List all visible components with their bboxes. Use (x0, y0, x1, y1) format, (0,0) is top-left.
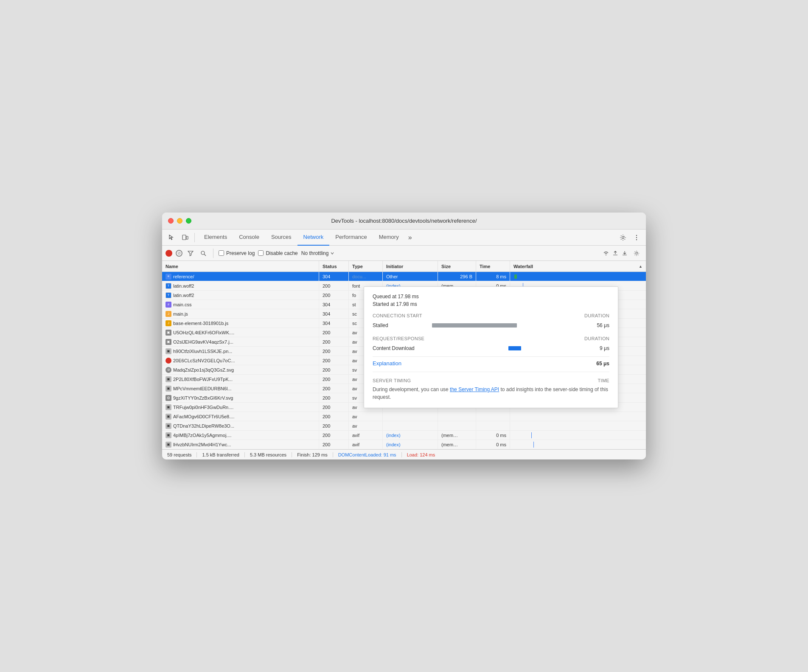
th-time[interactable]: Time (476, 261, 510, 272)
download-icon (621, 250, 628, 257)
row-name: ▣ h90CtfziXluvh1LSSKJE.pn... (162, 347, 319, 356)
row-name: # main.css (162, 300, 319, 309)
img-gray-icon: ▣ (166, 423, 171, 429)
minimize-button[interactable] (177, 218, 182, 224)
table-row[interactable]: ▣ AFacMOgv6D0CFTr6U5e8.... 200 av (162, 412, 646, 421)
preserve-log-checkbox[interactable] (219, 250, 224, 256)
toolbar-right (617, 232, 642, 244)
th-waterfall[interactable]: Waterfall ▲ (510, 261, 646, 272)
table-row[interactable]: ≡ reference/ 304 docu... Other 296 B 8 m… (162, 272, 646, 281)
more-tabs-icon[interactable]: » (405, 230, 415, 246)
js-icon: J (166, 311, 171, 317)
sort-icon: ▲ (639, 264, 642, 269)
table-row[interactable]: ▣ 4pIMBj7zOAk1y5Agmmoj.... 200 avif (ind… (162, 431, 646, 440)
more-options-icon[interactable] (631, 232, 642, 244)
network-table: Name Status Type Initiator Size Time Wat… (162, 261, 646, 449)
row-status: 200 (319, 403, 349, 412)
row-type: av (349, 421, 383, 430)
timing-popup: Queued at 17.98 ms Started at 17.98 ms C… (364, 286, 618, 408)
preserve-log-label[interactable]: Preserve log (219, 250, 255, 256)
wifi-icon (603, 250, 609, 257)
stalled-bar (432, 323, 517, 328)
red-dot-icon (166, 358, 171, 364)
inspect-icon[interactable] (166, 232, 177, 244)
th-status[interactable]: Status (319, 261, 349, 272)
th-name[interactable]: Name (162, 261, 319, 272)
tab-memory[interactable]: Memory (373, 230, 405, 246)
th-type[interactable]: Type (349, 261, 383, 272)
duration-label2: DURATION (584, 336, 609, 341)
row-waterfall (510, 431, 646, 440)
row-time: 0 ms (476, 431, 510, 440)
row-status: 200 (319, 365, 349, 374)
close-button[interactable] (168, 218, 174, 224)
row-status: 200 (319, 347, 349, 356)
resources-size: 5.3 MB resources (245, 452, 292, 457)
transferred-size: 1.5 kB transferred (197, 452, 244, 457)
server-timing-title: Server Timing (373, 378, 411, 383)
waterfall-bar-teal (517, 274, 519, 279)
tab-performance[interactable]: Performance (329, 230, 373, 246)
row-status: 200 (319, 356, 349, 365)
row-name: ▣ 2P2L80XfBoFWJFxU9TpK... (162, 375, 319, 384)
device-icon[interactable] (179, 232, 191, 244)
img-gray-icon: ▣ (166, 386, 171, 392)
devtools-window: DevTools - localhost:8080/docs/devtools/… (162, 213, 646, 459)
row-status: 200 (319, 393, 349, 402)
row-time: 0 ms (476, 440, 510, 449)
row-size: (mem… (438, 431, 476, 440)
table-row[interactable]: ▣ lHvzbNUIrm2Mvd4H1Ywc... 200 avif (inde… (162, 440, 646, 449)
row-size: (mem… (438, 440, 476, 449)
tab-sources[interactable]: Sources (265, 230, 297, 246)
maximize-button[interactable] (186, 218, 191, 224)
row-waterfall (510, 421, 646, 430)
search-icon[interactable] (199, 249, 208, 258)
server-timing-api-link[interactable]: the Server Timing API (450, 386, 499, 392)
filter-icon[interactable] (186, 249, 195, 258)
explanation-link[interactable]: Explanation (373, 360, 401, 367)
img-icon: ▣ (166, 339, 171, 345)
th-size[interactable]: Size (438, 261, 476, 272)
row-status: 200 (319, 337, 349, 346)
row-name: ⚙ 9gzXiTYY0nZzBxGI6KrV.svg (162, 393, 319, 402)
row-size (438, 421, 476, 430)
network-settings-icon[interactable] (631, 247, 642, 259)
row-waterfall (510, 412, 646, 421)
row-name: ▣ O2slJEHG9avKV4aqzSx7.j... (162, 337, 319, 346)
connection-start-title: Connection Start (373, 313, 422, 318)
row-type: avif (349, 440, 383, 449)
row-status: 200 (319, 291, 349, 300)
row-status: 200 (319, 412, 349, 421)
record-button[interactable] (166, 250, 172, 257)
disable-cache-label[interactable]: Disable cache (258, 250, 297, 256)
row-status: 304 (319, 319, 349, 328)
duration-label1: DURATION (584, 313, 609, 318)
font-icon: T (166, 292, 171, 298)
row-status: 200 (319, 431, 349, 440)
content-download-bar (508, 346, 521, 350)
row-waterfall (510, 272, 646, 281)
tab-console[interactable]: Console (233, 230, 265, 246)
img-gray-icon: ▣ (166, 376, 171, 382)
content-download-label: Content Download (373, 345, 432, 351)
doc-icon: ≡ (166, 274, 171, 280)
svg-point-4 (636, 237, 637, 238)
tab-elements[interactable]: Elements (198, 230, 233, 246)
finish-time: Finish: 129 ms (292, 452, 333, 457)
tab-network[interactable]: Network (297, 230, 330, 246)
disable-cache-checkbox[interactable] (258, 250, 264, 256)
row-name: ▣ U5OHzQL4tEKFr6OFlxWK.... (162, 328, 319, 337)
row-time (476, 412, 510, 421)
row-name: ▣ TRFujw0pi0nHF3GwDuRn.... (162, 403, 319, 412)
domcontent-loaded: DOMContentLoaded: 91 ms (333, 452, 402, 457)
table-row[interactable]: ▣ QTDnaY32hLDipeRW8e3O... 200 av (162, 421, 646, 431)
chevron-down-icon (330, 251, 334, 255)
settings-icon[interactable] (617, 232, 629, 244)
connection-start-header: Connection Start DURATION (373, 313, 609, 318)
row-name: ▣ 4pIMBj7zOAk1y5Agmmoj.... (162, 431, 319, 440)
throttle-select[interactable]: No throttling (301, 250, 335, 256)
row-status: 200 (319, 328, 349, 337)
stop-button[interactable]: ⊘ (176, 250, 182, 257)
titlebar: DevTools - localhost:8080/docs/devtools/… (162, 213, 646, 230)
th-initiator[interactable]: Initiator (383, 261, 438, 272)
